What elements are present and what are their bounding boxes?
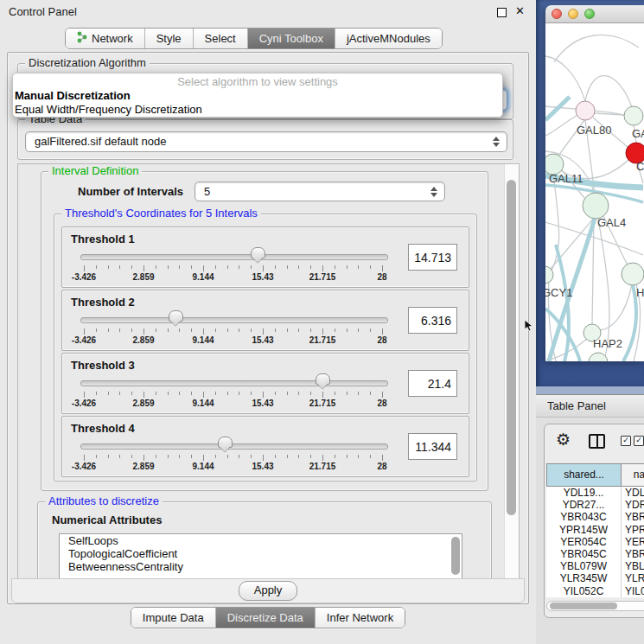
network-canvas[interactable]: GAL80GACGAL11GAL4GCY1HHAP2: [545, 23, 644, 361]
tab-jactivemnodules[interactable]: jActiveMNodules: [335, 29, 442, 48]
slider-tick: [287, 392, 288, 395]
algorithm-placeholder-option[interactable]: Select algorithm to view settings: [13, 73, 502, 89]
slider-tick-label: 9.144: [184, 272, 222, 282]
slider-tick: [335, 265, 335, 269]
slider-tick: [322, 328, 323, 335]
slider-tick: [84, 392, 85, 398]
slider-track[interactable]: [80, 317, 388, 323]
table-data-group: Table Data galFiltered.sif default node: [17, 119, 513, 160]
mouse-cursor: [524, 319, 534, 333]
slider-tick: [191, 328, 192, 332]
slider-tick: [108, 392, 109, 395]
table-row[interactable]: YIL052CYIL0: [546, 585, 644, 597]
column-header-name[interactable]: na: [622, 464, 644, 486]
minimize-window-icon[interactable]: [568, 9, 578, 19]
desktop-edge-strip: [536, 386, 644, 394]
slider-tick-label: -3.426: [65, 399, 103, 408]
tab-impute-data[interactable]: Impute Data: [131, 608, 215, 628]
network-node[interactable]: [589, 353, 608, 361]
tab-select[interactable]: Select: [193, 29, 247, 48]
bottom-tab-group: Impute DataDiscretize DataInfer Network: [131, 607, 405, 628]
slider-tick: [370, 328, 371, 332]
float-window-button[interactable]: [497, 8, 507, 17]
network-node-label: GAL80: [577, 124, 611, 137]
table-row[interactable]: YDL19...YDL1: [546, 487, 644, 499]
hscrollbar-thumb[interactable]: [550, 603, 617, 609]
attribute-list-item[interactable]: SelfLoops: [60, 534, 462, 547]
table-data-combobox[interactable]: galFiltered.sif default node: [25, 131, 507, 152]
slider-track[interactable]: [80, 380, 388, 386]
apply-button[interactable]: Apply: [239, 581, 297, 601]
slider-thumb[interactable]: [169, 310, 183, 322]
numerical-attributes-label: Numerical Attributes: [52, 513, 162, 526]
threshold-value-field[interactable]: 21.4: [408, 370, 457, 397]
table-row[interactable]: YLR345WYLR3: [546, 572, 644, 584]
close-panel-button[interactable]: ✕: [515, 4, 525, 17]
table-row[interactable]: YER054CYER0: [546, 536, 644, 548]
slider-tick: [215, 392, 216, 395]
slider-tick: [96, 265, 97, 269]
attribute-list-item[interactable]: BetweennessCentrality: [60, 560, 462, 573]
table-row[interactable]: YBR043CYBR0: [546, 511, 644, 523]
checkbox-icon[interactable]: ✓: [634, 436, 644, 446]
network-edge: [585, 76, 632, 107]
slider-tick: [119, 455, 120, 458]
network-node[interactable]: [624, 106, 643, 125]
threshold-panel: Threshold 1-3.4262.8599.14415.4321.71528…: [61, 226, 469, 288]
table-row[interactable]: YDR27...YDR2: [546, 499, 644, 511]
network-window-titlebar[interactable]: [545, 5, 644, 23]
network-node[interactable]: [576, 101, 595, 120]
table-row[interactable]: YPR145WYPR1: [546, 524, 644, 536]
slider-tick: [227, 265, 228, 269]
cyni-toolbox-content: Discretization Algorithm Select algorith…: [7, 52, 529, 604]
table-horizontal-scrollbar[interactable]: [546, 601, 644, 611]
slider-thumb[interactable]: [251, 247, 265, 258]
zoom-window-icon[interactable]: [584, 9, 595, 19]
column-header-shared-name[interactable]: shared...: [546, 464, 622, 486]
tab-cyni-toolbox[interactable]: Cyni Toolbox: [247, 29, 335, 48]
table-row[interactable]: YBL079WYBL0: [546, 560, 644, 572]
slider-tick: [156, 392, 156, 395]
slider-tick: [96, 328, 97, 332]
threshold-value-field[interactable]: 6.316: [408, 307, 457, 334]
attribute-list-item[interactable]: TopologicalCoefficient: [60, 547, 462, 560]
close-window-icon[interactable]: [552, 9, 562, 19]
gear-icon[interactable]: ⚙: [556, 431, 571, 448]
table-row[interactable]: YBR045CYBR0: [546, 548, 644, 560]
slider-tick: [215, 455, 216, 458]
number-of-intervals-combobox[interactable]: 5: [194, 182, 445, 201]
slider-tick: [335, 392, 335, 395]
slider-thumb[interactable]: [218, 437, 233, 448]
slider-tick-label: 21.715: [303, 462, 341, 471]
apply-strip: Apply: [11, 578, 525, 603]
numerical-attributes-list[interactable]: SelfLoopsTopologicalCoefficientBetweenne…: [59, 533, 462, 580]
slider-tick: [275, 265, 276, 269]
slider-tick: [275, 328, 276, 332]
slider-tick: [203, 328, 204, 335]
slider-track[interactable]: [80, 443, 388, 450]
scrollbar-thumb[interactable]: [507, 180, 516, 515]
tab-discretize-data[interactable]: Discretize Data: [215, 608, 315, 628]
network-node[interactable]: [622, 263, 644, 285]
list-scrollbar-thumb[interactable]: [451, 537, 460, 575]
threshold-panel: Threshold 2-3.4262.8599.14415.4321.71528…: [61, 290, 469, 351]
network-node[interactable]: [583, 193, 609, 219]
checkbox-icon[interactable]: ✓: [621, 436, 631, 446]
network-graph: GAL80GACGAL11GAL4GCY1HHAP2: [545, 23, 644, 361]
tab-network[interactable]: Network: [66, 29, 144, 48]
slider-track[interactable]: [80, 254, 388, 260]
threshold-value-field[interactable]: 14.713: [408, 244, 457, 271]
tab-style[interactable]: Style: [144, 29, 193, 48]
algorithm-option[interactable]: Equal Width/Frequency Discretization: [13, 103, 502, 117]
attributes-group: Attributes to discretize Numerical Attri…: [37, 501, 492, 580]
settings-vertical-scrollbar[interactable]: [504, 164, 519, 579]
threshold-value-field[interactable]: 11.344: [408, 433, 457, 460]
network-view-window[interactable]: GAL80GACGAL11GAL4GCY1HHAP2: [545, 5, 644, 361]
slider-tick: [143, 392, 144, 398]
cell-name: YPR1: [622, 524, 644, 536]
algorithm-option[interactable]: Manual Discretization: [13, 89, 502, 103]
column-layout-icon[interactable]: [589, 434, 605, 449]
tab-infer-network[interactable]: Infer Network: [315, 608, 405, 628]
slider-tick: [382, 328, 383, 335]
slider-thumb[interactable]: [316, 373, 330, 385]
